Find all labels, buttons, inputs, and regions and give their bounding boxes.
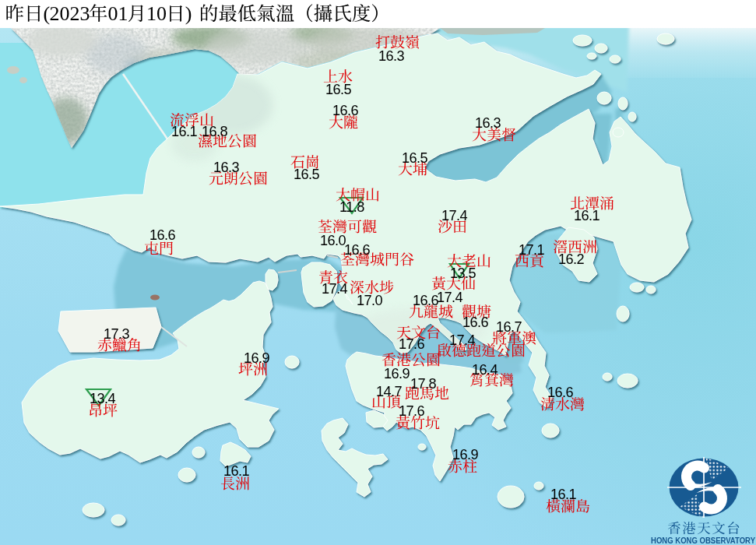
svg-text:16.1: 16.1 [223, 463, 249, 479]
svg-text:16.9: 16.9 [244, 350, 269, 366]
svg-text:16.3: 16.3 [378, 48, 404, 64]
svg-text:17.8: 17.8 [410, 376, 436, 392]
svg-text:17.6: 17.6 [399, 403, 424, 419]
svg-text:): ) [185, 2, 192, 25]
svg-text:16.6: 16.6 [413, 293, 438, 308]
svg-text:16.6: 16.6 [332, 103, 358, 118]
svg-text:11.8: 11.8 [339, 199, 364, 215]
svg-text:16.6: 16.6 [462, 315, 488, 330]
svg-text:10: 10 [146, 2, 167, 25]
svg-text:17.4: 17.4 [437, 290, 462, 305]
svg-text:17.4: 17.4 [441, 208, 467, 223]
svg-text:16.7: 16.7 [496, 319, 522, 335]
svg-text:01: 01 [107, 2, 128, 25]
svg-text:16.1: 16.1 [550, 487, 576, 502]
svg-text:17.4: 17.4 [449, 332, 475, 348]
svg-text:16.9: 16.9 [452, 447, 478, 462]
svg-text:17.0: 17.0 [357, 293, 382, 308]
svg-text:16.0: 16.0 [320, 233, 346, 248]
svg-text:16.1: 16.1 [171, 124, 197, 139]
svg-text:16.5: 16.5 [294, 167, 319, 182]
svg-text:16.9: 16.9 [384, 366, 410, 382]
svg-text:13.5: 13.5 [450, 265, 476, 281]
svg-text:16.6: 16.6 [149, 227, 175, 243]
svg-text:14.7: 14.7 [376, 384, 402, 399]
svg-text:13.4: 13.4 [90, 391, 115, 406]
svg-text:16.3: 16.3 [475, 115, 501, 131]
svg-text:16.5: 16.5 [402, 150, 427, 166]
svg-text:17.6: 17.6 [399, 336, 424, 352]
svg-text:16.8: 16.8 [202, 124, 227, 139]
svg-text:16.4: 16.4 [472, 362, 498, 378]
svg-text:16.5: 16.5 [325, 82, 351, 97]
svg-text:17.1: 17.1 [519, 242, 544, 258]
svg-text:16.3: 16.3 [213, 160, 239, 175]
svg-text:16.2: 16.2 [558, 251, 584, 267]
svg-text:HONG KONG OBSERVATORY: HONG KONG OBSERVATORY [651, 535, 755, 545]
svg-text:16.1: 16.1 [574, 208, 600, 223]
svg-text:17.3: 17.3 [104, 326, 129, 342]
svg-text:16.6: 16.6 [547, 385, 573, 400]
svg-text:2023: 2023 [50, 2, 90, 25]
svg-text:16.6: 16.6 [344, 242, 370, 258]
svg-text:17.4: 17.4 [322, 281, 347, 297]
